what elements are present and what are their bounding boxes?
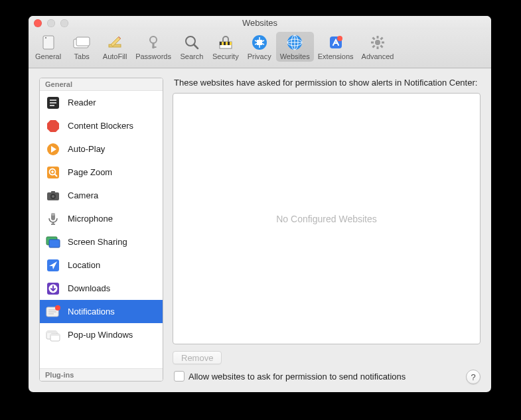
toolbar-general[interactable]: General [31,32,65,62]
page-zoom-icon [45,165,61,180]
sidebar-item-label: Downloads [68,283,110,293]
toolbar-tabs[interactable]: Tabs [65,32,98,62]
toolbar-passwords[interactable]: Passwords [131,32,175,62]
sidebar-item-camera[interactable]: Camera [40,184,163,207]
sidebar-list: Reader Content Blockers Auto-Play [40,91,163,368]
sidebar-item-label: Content Blockers [68,121,133,131]
toolbar-search[interactable]: Search [175,32,208,62]
camera-icon [45,188,61,204]
sidebar-item-reader[interactable]: Reader [40,91,163,114]
toolbar-label: Websites [280,52,310,60]
remove-button[interactable]: Remove [173,351,222,364]
toolbar-advanced[interactable]: Advanced [358,32,398,62]
sidebar-item-label: Pop-up Windows [68,330,133,340]
detail-heading: These websites have asked for permission… [174,78,481,88]
svg-line-31 [381,38,383,40]
sidebar-item-label: Camera [68,190,98,200]
svg-marker-37 [47,120,59,132]
toolbar-label: General [35,52,61,60]
svg-point-62 [55,305,60,311]
search-icon [183,33,201,52]
svg-rect-14 [228,42,230,45]
svg-rect-16 [257,40,262,45]
sidebar-group-plugins: Plug-ins [40,368,163,381]
svg-rect-66 [50,334,60,336]
svg-point-23 [337,36,342,41]
svg-rect-54 [49,240,60,247]
preferences-window: Websites General Tabs AutoFill Pass [29,16,491,392]
toolbar-autofill[interactable]: AutoFill [98,32,131,62]
general-icon [39,33,58,52]
sidebar-item-downloads[interactable]: Downloads [40,277,163,300]
svg-point-24 [375,40,380,45]
reader-icon [45,95,61,111]
sidebar-item-auto-play[interactable]: Auto-Play [40,137,163,161]
sidebar-item-page-zoom[interactable]: Page Zoom [40,161,163,184]
toolbar-label: Advanced [362,52,394,60]
svg-line-32 [373,46,375,48]
tabs-icon [72,33,91,52]
svg-line-29 [373,38,375,40]
svg-rect-12 [220,42,222,45]
sidebar-item-label: Page Zoom [68,167,112,177]
sidebar-item-label: Screen Sharing [68,237,127,247]
svg-rect-13 [224,42,226,45]
sidebar: General Reader Content Blockers [39,78,163,382]
sidebar-item-label: Reader [68,98,96,107]
downloads-icon [45,281,61,297]
microphone-icon [45,211,61,227]
detail-pane: These websites have asked for permission… [173,78,481,382]
websites-icon [285,33,304,52]
toolbar-label: Privacy [248,52,271,60]
svg-point-5 [150,36,157,43]
auto-play-icon [45,141,61,157]
allow-notifications-row[interactable]: Allow websites to ask for permission to … [173,371,481,382]
popup-windows-icon [45,327,61,343]
toolbar-label: Security [212,52,239,60]
window-title: Websites [29,18,491,28]
svg-rect-50 [51,213,55,216]
empty-state-text: No Configured Websites [276,214,376,224]
titlebar: Websites [29,16,491,30]
sidebar-item-popup-windows[interactable]: Pop-up Windows [40,323,163,346]
extensions-icon [327,33,345,52]
sidebar-item-label: Auto-Play [68,144,105,154]
notifications-icon [45,304,61,320]
sidebar-item-label: Notifications [68,307,115,316]
svg-point-48 [52,195,54,198]
list-actions-row: Remove [173,351,481,364]
sidebar-group-general: General [40,78,163,91]
toolbar-extensions[interactable]: Extensions [314,32,358,62]
svg-line-30 [381,46,383,48]
help-button[interactable]: ? [466,370,481,384]
content-blockers-icon [45,118,61,134]
sidebar-item-location[interactable]: Location [40,253,163,277]
svg-rect-7 [153,46,157,48]
svg-rect-0 [43,36,54,49]
autofill-icon [106,33,124,52]
passwords-icon [144,33,163,52]
websites-list[interactable]: No Configured Websites [173,93,481,344]
content-area: General Reader Content Blockers [29,68,491,392]
toolbar-label: AutoFill [103,52,127,60]
svg-rect-1 [45,37,46,38]
allow-notifications-checkbox[interactable] [174,371,185,382]
toolbar-label: Extensions [318,52,354,60]
svg-rect-3 [76,37,90,46]
svg-line-9 [194,44,198,48]
advanced-icon [368,33,387,52]
sidebar-item-content-blockers[interactable]: Content Blockers [40,114,163,137]
toolbar-security[interactable]: Security [208,32,243,62]
toolbar-privacy[interactable]: Privacy [243,32,276,62]
location-icon [45,257,61,273]
sidebar-item-notifications[interactable]: Notifications [40,300,163,323]
toolbar-websites[interactable]: Websites [276,32,314,62]
sidebar-item-label: Location [68,260,100,270]
toolbar-label: Search [181,52,204,60]
sidebar-item-screen-sharing[interactable]: Screen Sharing [40,230,163,253]
toolbar-label: Tabs [74,52,90,60]
toolbar-label: Passwords [135,52,171,60]
sidebar-item-microphone[interactable]: Microphone [40,207,163,230]
svg-rect-64 [46,331,57,333]
sidebar-item-label: Microphone [68,214,113,224]
